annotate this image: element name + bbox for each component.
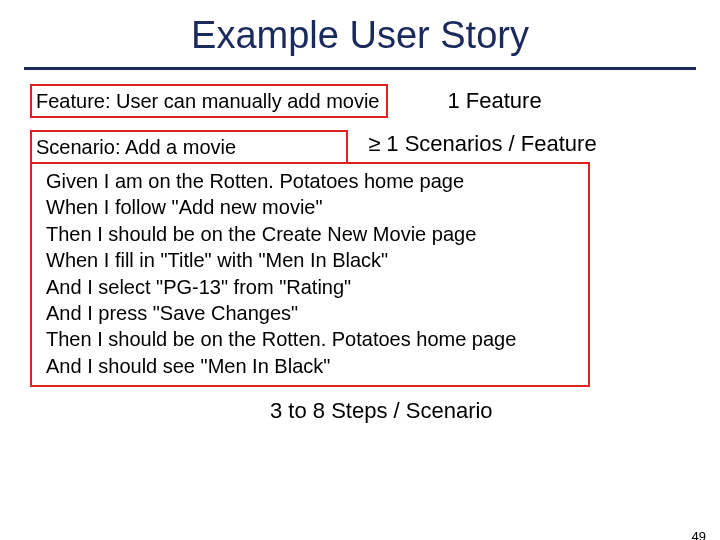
step-line: And I should see "Men In Black"	[46, 353, 578, 379]
step-line: Then I should be on the Create New Movie…	[46, 221, 578, 247]
feature-row: Feature: User can manually add movie 1 F…	[30, 84, 690, 118]
slide-title: Example User Story	[0, 14, 720, 57]
steps-per-scenario-label: 3 to 8 Steps / Scenario	[270, 397, 690, 426]
step-line: And I select "PG-13" from "Rating"	[46, 274, 578, 300]
feature-count-label: 1 Feature	[448, 87, 542, 116]
steps-box: Given I am on the Rotten. Potatoes home …	[30, 162, 590, 387]
page-number: 49	[692, 529, 706, 540]
scenario-box: Scenario: Add a movie	[30, 130, 348, 164]
feature-box: Feature: User can manually add movie	[30, 84, 388, 118]
scenario-row: Scenario: Add a movie ≥ 1 Scenarios / Fe…	[30, 130, 690, 164]
content-area: Feature: User can manually add movie 1 F…	[30, 84, 690, 426]
step-line: Then I should be on the Rotten. Potatoes…	[46, 326, 578, 352]
step-line: When I follow "Add new movie"	[46, 194, 578, 220]
step-line: And I press "Save Changes"	[46, 300, 578, 326]
slide: Example User Story Feature: User can man…	[0, 14, 720, 540]
step-line: When I fill in "Title" with "Men In Blac…	[46, 247, 578, 273]
title-rule	[24, 67, 696, 70]
step-line: Given I am on the Rotten. Potatoes home …	[46, 168, 578, 194]
scenarios-per-feature-label: ≥ 1 Scenarios / Feature	[368, 130, 597, 159]
